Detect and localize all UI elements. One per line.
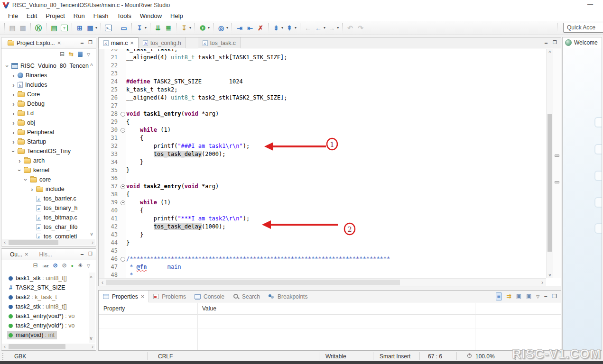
next-annotation-icon[interactable]: ⇟ bbox=[272, 24, 280, 32]
filter-icon[interactable] bbox=[78, 262, 83, 269]
project-tree-item[interactable]: Includes bbox=[1, 80, 89, 90]
expand-chevron-icon[interactable] bbox=[10, 139, 17, 145]
fold-marker-icon[interactable] bbox=[120, 150, 126, 158]
hide-static-members-icon[interactable] bbox=[62, 262, 67, 269]
fold-marker-icon[interactable] bbox=[120, 134, 126, 142]
vertical-scrollbar[interactable] bbox=[89, 273, 95, 343]
search-icon[interactable]: ◎ bbox=[217, 24, 225, 32]
fold-marker-icon[interactable] bbox=[120, 263, 126, 271]
expand-chevron-icon[interactable] bbox=[10, 82, 17, 88]
prev-annotation-icon[interactable]: ⇞ bbox=[285, 24, 294, 32]
project-tree-item[interactable]: Core bbox=[1, 90, 89, 99]
outline-item[interactable]: task1_entry(void*) : vo bbox=[1, 311, 89, 321]
dropdown-caret-icon[interactable] bbox=[95, 26, 97, 30]
dropdown-caret-icon[interactable] bbox=[324, 26, 325, 30]
fold-marker-icon[interactable] bbox=[120, 174, 126, 182]
fold-marker-icon[interactable] bbox=[120, 86, 126, 94]
scroll-down-icon[interactable]: v bbox=[89, 336, 93, 341]
project-tree-item[interactable]: obj bbox=[1, 118, 89, 127]
project-tree-item[interactable]: Peripheral bbox=[1, 127, 89, 137]
view-menu-icon[interactable] bbox=[87, 51, 90, 58]
minimize-view-icon[interactable] bbox=[81, 251, 83, 258]
terminal-icon[interactable]: >_ bbox=[105, 25, 112, 31]
view-menu-icon[interactable] bbox=[536, 293, 539, 300]
fold-marker-icon[interactable] bbox=[120, 199, 126, 207]
editor-tab[interactable]: main.c bbox=[99, 37, 139, 48]
expand-chevron-icon[interactable] bbox=[23, 177, 29, 183]
fold-marker-icon[interactable] bbox=[120, 126, 126, 134]
expand-chevron-icon[interactable] bbox=[10, 73, 17, 79]
close-view-icon[interactable] bbox=[57, 39, 61, 46]
menu-item[interactable]: Run bbox=[69, 11, 89, 20]
scroll-down-icon[interactable]: v bbox=[89, 231, 94, 237]
bottom-panel-tab[interactable]: Breakpoints bbox=[264, 291, 312, 302]
fold-marker-icon[interactable] bbox=[120, 49, 126, 54]
undo-icon[interactable]: ↶ bbox=[346, 24, 354, 32]
redo-icon[interactable]: ↷ bbox=[356, 24, 365, 32]
menu-item[interactable]: Project bbox=[41, 11, 69, 20]
hide-non-public-members-icon[interactable] bbox=[71, 262, 74, 269]
maximize-view-icon[interactable] bbox=[88, 40, 93, 46]
minimize-view-icon[interactable] bbox=[544, 293, 547, 300]
scroll-up-icon[interactable]: ^ bbox=[89, 275, 93, 281]
stack-usage-icon[interactable]: ≣ bbox=[164, 24, 173, 32]
outline-item[interactable]: main(void) : int bbox=[1, 330, 89, 340]
bottom-panel-tab[interactable]: Properties bbox=[99, 291, 149, 302]
shift-left-icon[interactable]: ⇤ bbox=[246, 24, 254, 32]
expand-chevron-icon[interactable] bbox=[10, 110, 17, 117]
collapse-all-icon[interactable] bbox=[33, 262, 37, 269]
scroll-up-icon[interactable]: ^ bbox=[547, 50, 553, 55]
editor-tab[interactable]: tos_task.c bbox=[198, 37, 241, 48]
outline-item[interactable]: task2 : k_task_t bbox=[1, 292, 89, 302]
project-tree-item[interactable]: Binaries bbox=[1, 71, 89, 80]
scrollbar-thumb[interactable] bbox=[106, 280, 400, 285]
project-tree-item[interactable]: tos_binary_h bbox=[1, 203, 89, 213]
scroll-up-icon[interactable]: ^ bbox=[89, 63, 94, 68]
fold-marker-icon[interactable] bbox=[120, 247, 126, 255]
outline-item[interactable]: TASK2_STK_SIZE bbox=[1, 283, 89, 292]
download-icon[interactable]: ↧ bbox=[135, 24, 144, 32]
fold-marker-icon[interactable] bbox=[120, 62, 126, 70]
close-tab-icon[interactable] bbox=[130, 39, 134, 46]
fold-marker-icon[interactable] bbox=[120, 231, 126, 239]
collapse-all-icon[interactable] bbox=[60, 51, 65, 57]
fold-marker-icon[interactable] bbox=[120, 215, 126, 223]
console-view-icon[interactable]: ▭ bbox=[120, 24, 128, 32]
scrollbar-thumb[interactable] bbox=[547, 114, 552, 252]
menu-item[interactable]: Tools bbox=[112, 11, 135, 20]
code-editor[interactable]: 20 k_task_t task1; 21 __aligned(4) uint8… bbox=[99, 49, 546, 278]
back-icon[interactable]: ← bbox=[314, 24, 323, 32]
horizontal-scrollbar[interactable]: ‹ › bbox=[2, 344, 95, 350]
scrollbar-thumb[interactable] bbox=[9, 344, 65, 349]
shift-right-icon[interactable]: ⇥ bbox=[235, 24, 244, 32]
quick-access-box[interactable]: Quick Acce bbox=[563, 23, 603, 33]
scroll-right-icon[interactable]: › bbox=[90, 344, 95, 350]
fold-marker-icon[interactable] bbox=[120, 110, 126, 118]
help-doc-icon[interactable]: ? bbox=[61, 25, 68, 31]
ide-window-icon[interactable]: ⊞ bbox=[75, 24, 84, 32]
expand-chevron-icon[interactable] bbox=[10, 120, 17, 126]
maximize-view-icon[interactable] bbox=[88, 251, 93, 258]
dropdown-caret-icon[interactable] bbox=[337, 26, 339, 30]
fold-marker-icon[interactable] bbox=[120, 94, 126, 102]
project-tree-item[interactable]: Startup bbox=[1, 137, 89, 146]
column-header-value[interactable]: Value bbox=[197, 303, 216, 314]
link-with-editor-icon[interactable] bbox=[69, 51, 74, 57]
project-tree-item[interactable]: Ld bbox=[1, 109, 89, 118]
build-icon[interactable]: Ⓚ bbox=[34, 24, 43, 32]
dropdown-caret-icon[interactable] bbox=[281, 26, 283, 30]
maximize-editor-icon[interactable] bbox=[553, 40, 557, 46]
expand-chevron-icon[interactable] bbox=[17, 167, 23, 173]
fold-marker-icon[interactable] bbox=[120, 271, 126, 278]
expand-chevron-icon[interactable] bbox=[29, 186, 35, 192]
project-tree-item[interactable]: tos_bitmap.c bbox=[1, 213, 89, 222]
scroll-right-icon[interactable]: › bbox=[90, 239, 95, 246]
last-edit-icon[interactable]: ← bbox=[304, 24, 312, 32]
fold-marker-icon[interactable] bbox=[120, 182, 126, 191]
project-tree-item[interactable]: RISC_Vduino_80_Tencen bbox=[1, 61, 89, 71]
outline-view-tab[interactable]: His... bbox=[34, 249, 56, 260]
minimize-view-icon[interactable] bbox=[81, 40, 83, 46]
menu-item[interactable]: File bbox=[4, 11, 22, 20]
project-tree-item[interactable]: tos_completi bbox=[1, 232, 89, 238]
expand-chevron-icon[interactable] bbox=[17, 158, 23, 164]
